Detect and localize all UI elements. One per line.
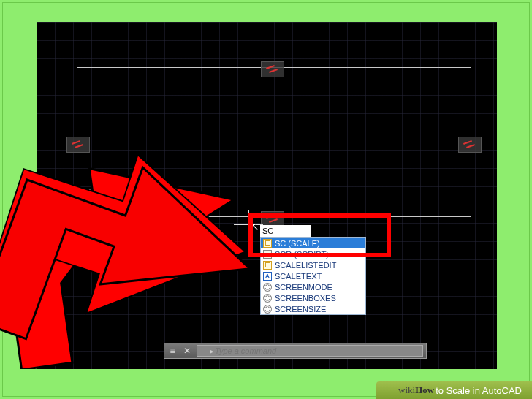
- grip-handle-right[interactable]: [459, 137, 481, 152]
- autocomplete-item-screenmode[interactable]: SCREENMODE: [261, 281, 365, 292]
- autocomplete-item-scaletext[interactable]: A SCALETEXT: [261, 270, 365, 281]
- command-menu-icon[interactable]: ≡: [167, 346, 178, 356]
- grip-handle-circle[interactable]: [99, 219, 121, 234]
- scale-icon: [263, 239, 272, 248]
- autocomplete-dropdown[interactable]: SC (SCALE) SCR (SCRIPT) SCALELISTEDIT A …: [260, 237, 366, 315]
- autocomplete-label: SCR (SCRIPT): [275, 250, 329, 259]
- autocomplete-label: SCREENBOXES: [275, 294, 336, 303]
- autocomplete-item-screensize[interactable]: SCREENSIZE: [261, 303, 365, 314]
- command-close-icon[interactable]: ✕: [182, 346, 192, 356]
- autocomplete-label: SCREENMODE: [275, 283, 332, 292]
- dynamic-command-input[interactable]: [260, 225, 311, 237]
- autocomplete-item-scalelistedit[interactable]: SCALELISTEDIT: [261, 259, 365, 270]
- text-icon: A: [263, 272, 272, 281]
- autocomplete-item-scale[interactable]: SC (SCALE): [261, 238, 365, 248]
- gear-icon: [263, 283, 272, 292]
- scale-icon: [263, 261, 272, 270]
- autocomplete-label: SCALETEXT: [275, 272, 322, 281]
- article-title: to Scale in AutoCAD: [436, 385, 522, 396]
- autocomplete-item-screenboxes[interactable]: SCREENBOXES: [261, 292, 365, 303]
- grip-handle-top[interactable]: [262, 62, 284, 77]
- script-icon: [263, 250, 272, 259]
- gear-icon: [263, 294, 272, 303]
- autocomplete-label: SC (SCALE): [275, 239, 320, 248]
- cad-viewport[interactable]: ↖ SC (SCALE) SCR (SCRIPT) SCALELISTEDIT …: [37, 22, 497, 369]
- wikihow-brand: wikiHow: [398, 384, 434, 396]
- autocomplete-label: SCALELISTEDIT: [275, 261, 336, 270]
- grip-handle-bottom[interactable]: [262, 212, 284, 227]
- autocomplete-item-script[interactable]: SCR (SCRIPT): [261, 248, 365, 259]
- gear-icon: [263, 305, 272, 314]
- autocomplete-label: SCREENSIZE: [275, 305, 326, 314]
- caption-bar: wikiHow to Scale in AutoCAD: [376, 381, 532, 399]
- command-line-input[interactable]: [197, 345, 423, 357]
- grip-handle-left[interactable]: [67, 137, 89, 152]
- command-bar[interactable]: ≡ ✕ ▸-: [164, 343, 427, 359]
